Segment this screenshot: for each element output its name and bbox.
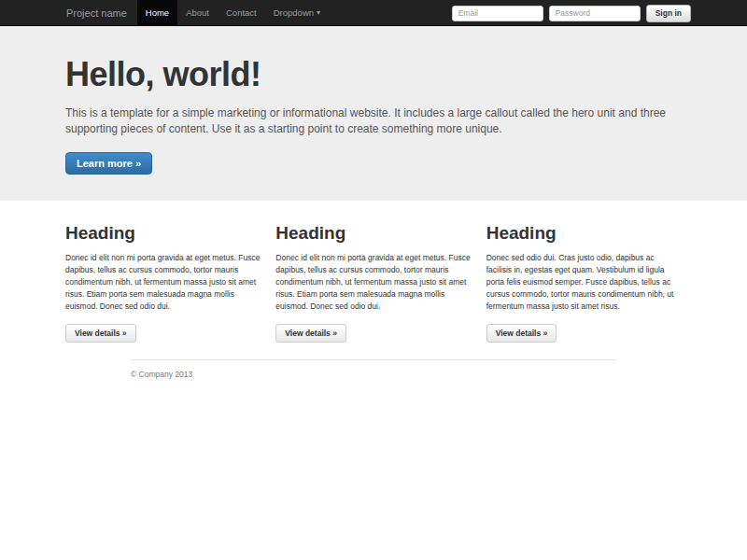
learn-more-button[interactable]: Learn more » [65, 152, 152, 175]
hero-description: This is a template for a simple marketin… [65, 105, 682, 138]
column-2-heading: Heading [275, 223, 471, 244]
hero-unit: Hello, world! This is a template for a s… [0, 26, 747, 201]
content-area: Heading Donec id elit non mi porta gravi… [0, 201, 747, 379]
nav-item-about-label: About [186, 0, 209, 26]
columns-row: Heading Donec id elit non mi porta gravi… [65, 201, 682, 343]
brand-link[interactable]: Project name [66, 0, 133, 25]
email-field[interactable] [452, 6, 543, 21]
nav-item-dropdown-label: Dropdown [274, 0, 314, 26]
nav-item-dropdown[interactable]: Dropdown ▾ [265, 0, 329, 25]
copyright-text: © Company 2013 [131, 370, 616, 379]
content-column-3: Heading Donec sed odio dui. Cras justo o… [486, 201, 682, 343]
column-3-heading: Heading [486, 223, 682, 244]
column-1-text: Donec id elit non mi porta gravida at eg… [65, 252, 261, 314]
password-field[interactable] [549, 6, 641, 21]
top-navbar: Project name Home About Contact Dropdown… [0, 0, 747, 26]
nav-item-contact[interactable]: Contact [218, 0, 265, 25]
view-details-button-2[interactable]: View details » [275, 324, 346, 343]
nav-item-home-label: Home [146, 0, 169, 26]
content-column-1: Heading Donec id elit non mi porta gravi… [65, 201, 261, 343]
view-details-button-1[interactable]: View details » [65, 324, 136, 343]
column-2-text: Donec id elit non mi porta gravida at eg… [275, 252, 471, 314]
content-column-2: Heading Donec id elit non mi porta gravi… [275, 201, 471, 343]
column-1-heading: Heading [65, 223, 261, 244]
nav-item-home[interactable]: Home [137, 0, 177, 25]
view-details-button-3[interactable]: View details » [486, 324, 557, 343]
page-footer: © Company 2013 [131, 359, 616, 379]
hero-title: Hello, world! [65, 55, 682, 94]
signin-form: Sign in [452, 0, 691, 26]
column-3-text: Donec sed odio dui. Cras justo odio, dap… [486, 252, 682, 314]
signin-button[interactable]: Sign in [646, 5, 691, 22]
nav-item-about[interactable]: About [177, 0, 218, 25]
nav-item-contact-label: Contact [226, 0, 257, 26]
nav-menu: Home About Contact Dropdown ▾ [137, 0, 329, 25]
caret-down-icon: ▾ [317, 9, 320, 17]
